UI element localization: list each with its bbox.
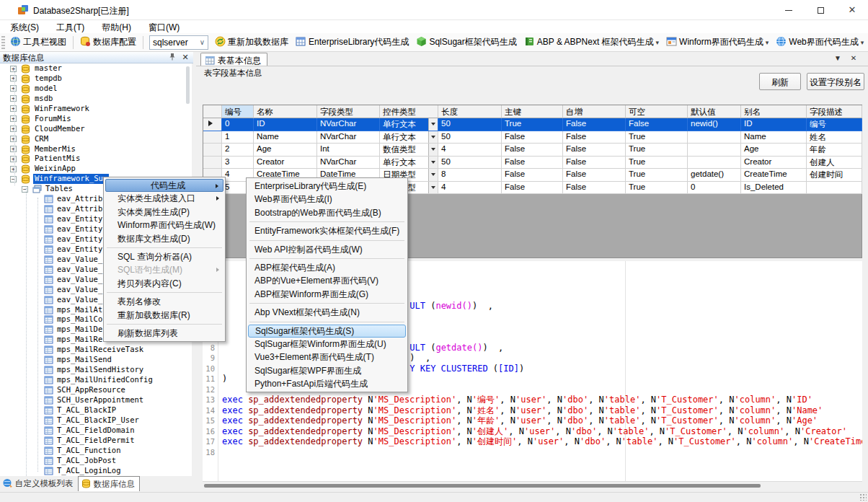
control-type-dropdown-icon[interactable] — [428, 182, 438, 194]
grid-cell[interactable]: 4 — [438, 144, 502, 157]
grid-cell[interactable]: False — [563, 169, 626, 182]
context-menu-item-13[interactable]: 刷新数据库列表 — [105, 327, 223, 340]
refresh-button[interactable]: 刷新 — [759, 73, 801, 90]
tree-expander-icon[interactable]: + — [10, 136, 17, 142]
grid-row[interactable]: 2AgeInt数值类型4FalseFalseTrueAge年龄 — [203, 144, 862, 157]
code-submenu-item-10[interactable]: ABP框架Winform界面生成(G) — [248, 288, 406, 301]
tree-item-model[interactable]: +model — [0, 84, 192, 94]
context-menu-item-4[interactable]: 数据库文档生成(D) — [105, 232, 223, 245]
tree-item-mps_MailUnifiedConfig[interactable]: mps_MailUnifiedConfig — [0, 375, 192, 385]
grid-row-header[interactable] — [203, 131, 222, 144]
grid-cell[interactable]: Name — [254, 131, 317, 144]
control-type-dropdown-icon[interactable] — [428, 157, 438, 169]
grid-cell[interactable]: ID — [254, 118, 317, 131]
grid-cell[interactable]: False — [563, 144, 626, 157]
tree-expander-icon[interactable]: + — [10, 126, 17, 132]
code-submenu-item-8[interactable]: ABP框架代码生成(A) — [248, 261, 406, 274]
tree-item-mps_MailSend[interactable]: mps_MailSend — [0, 355, 192, 365]
tree-item-SCH_UserAppointment[interactable]: SCH_UserAppointment — [0, 395, 192, 405]
tree-item-PatientMis[interactable]: +PatientMis — [0, 154, 192, 164]
grid-cell[interactable]: True — [626, 182, 688, 195]
grid-cell[interactable]: 0 — [222, 118, 254, 131]
tree-expander-icon[interactable]: + — [10, 146, 17, 152]
left-tab-inactive[interactable]: 自定义模板列表 — [0, 476, 78, 491]
grid-cell[interactable]: 单行文本 — [380, 157, 438, 169]
context-menu-item-3[interactable]: Winform界面代码生成(W) — [105, 219, 223, 232]
left-tab-active[interactable]: 数据库信息 — [78, 476, 141, 491]
context-menu-item-2[interactable]: 实体类属性生成(P) — [105, 206, 223, 219]
tree-item-T_ACL_FieldPermit[interactable]: T_ACL_FieldPermit — [0, 436, 192, 446]
grid-cell[interactable]: False — [502, 182, 563, 195]
toolbar-button-abpabpnext[interactable]: ABP & ABPNext 框架代码生成▾ — [521, 35, 662, 50]
editor-hscrollbar[interactable] — [203, 481, 862, 489]
grid-cell[interactable]: newid() — [688, 118, 741, 131]
grid-cell[interactable]: 创建人 — [807, 157, 862, 169]
tree-expander-icon[interactable]: − — [22, 186, 28, 193]
grid-cell[interactable]: 年龄 — [807, 144, 862, 157]
grid-cell[interactable]: NVarChar — [317, 157, 380, 169]
code-submenu-item-16[interactable]: Vue3+Element界面代码生成(T) — [248, 351, 406, 364]
code-submenu-item-12[interactable]: Abp VNext框架代码生成(N) — [248, 306, 406, 319]
grid-row-header[interactable] — [203, 144, 222, 157]
tab-table-basic-info[interactable]: 表基本信息 — [200, 53, 267, 66]
grid-cell[interactable]: False — [502, 169, 563, 182]
dropdown-arrow-icon[interactable]: ▾ — [656, 39, 660, 46]
grid-cell[interactable]: 3 — [222, 157, 254, 169]
grid-cell[interactable]: False — [563, 118, 626, 131]
resize-grip[interactable] — [859, 493, 867, 501]
grid-cell[interactable]: 50 — [438, 118, 502, 131]
grid-cell[interactable]: Name — [741, 131, 807, 144]
grid-cell[interactable]: False — [502, 131, 563, 144]
grid-cell[interactable]: Creator — [254, 157, 317, 169]
grid-cell[interactable]: False — [563, 182, 626, 195]
grid-row[interactable]: 3CreatorNVarChar单行文本50FalseFalseTrueCrea… — [203, 157, 862, 169]
grid-cell[interactable]: 数值类型 — [380, 144, 438, 157]
grid-cell[interactable] — [688, 131, 741, 144]
tree-item-T_ACL_LoginLog[interactable]: T_ACL_LoginLog — [0, 466, 192, 476]
grid-row-header[interactable] — [203, 157, 222, 169]
code-submenu-item-4[interactable]: EntityFramework实体框架代码生成(F) — [248, 224, 406, 237]
code-submenu-item-17[interactable]: SqlSugar框架WPF界面生成 — [248, 364, 406, 377]
grid-cell[interactable] — [807, 182, 862, 195]
grid-row[interactable]: 0IDNVarChar单行文本50TrueFalseFalsenewid()ID… — [203, 118, 862, 131]
grid-row-header[interactable] — [203, 118, 222, 131]
control-type-dropdown-icon[interactable] — [428, 144, 438, 156]
database-type-select[interactable]: sqlserver∨ — [149, 35, 208, 50]
control-type-dropdown-icon[interactable] — [428, 131, 438, 144]
code-submenu-item-0[interactable]: EnterpriseLibrary代码生成(E) — [248, 180, 406, 193]
grid-cell[interactable]: Creator — [741, 157, 807, 169]
dropdown-arrow-icon[interactable]: ▾ — [766, 39, 769, 46]
context-menu-item-11[interactable]: 重新加载数据库(R) — [105, 309, 223, 322]
context-menu-item-8[interactable]: 拷贝列表内容(C) — [105, 277, 223, 290]
grid-cell[interactable]: 8 — [438, 169, 502, 182]
code-submenu-item-18[interactable]: Python+FastApi后端代码生成 — [248, 377, 406, 390]
tree-item-ForumMis[interactable]: +ForumMis — [0, 114, 192, 124]
grid-cell[interactable]: 50 — [438, 157, 502, 169]
context-menu-item-0[interactable]: 代码生成 — [105, 179, 223, 192]
grid-cell[interactable]: True — [626, 131, 688, 144]
code-submenu-item-15[interactable]: SqlSugar框架Winform界面生成(U) — [248, 338, 406, 351]
minimize-button[interactable] — [773, 0, 805, 20]
code-submenu-item-1[interactable]: Web界面代码生成(I) — [248, 193, 406, 206]
tree-item-msdb[interactable]: +msdb — [0, 94, 192, 104]
maximize-button[interactable] — [805, 0, 836, 20]
grid-cell[interactable]: True — [502, 118, 563, 131]
toolbar-button-sqlsugar[interactable]: SqlSugar框架代码生成 — [413, 35, 519, 50]
context-menu-item-10[interactable]: 表别名修改 — [105, 295, 223, 308]
grid-cell[interactable]: 50 — [438, 131, 502, 144]
context-menu-item-6[interactable]: SQL 查询分析器(A) — [105, 250, 223, 263]
tree-expander-icon[interactable]: + — [10, 66, 17, 72]
grid-cell[interactable]: False — [563, 131, 626, 144]
grid-cell[interactable]: False — [502, 144, 563, 157]
tree-item-MemberMis[interactable]: +MemberMis — [0, 144, 192, 154]
grid-cell[interactable]: NVarChar — [317, 118, 380, 131]
grid-cell[interactable]: NVarChar — [317, 131, 380, 144]
tree-scrollbar[interactable] — [186, 66, 190, 104]
grid-cell[interactable]: Is_Deleted — [741, 182, 807, 195]
set-field-alias-button[interactable]: 设置字段别名 — [807, 73, 864, 90]
code-submenu-item-9[interactable]: ABP的Vue+Element界面代码(V) — [248, 274, 406, 287]
control-type-dropdown-icon[interactable] — [428, 169, 438, 181]
grid-cell[interactable]: True — [626, 157, 688, 169]
pin-icon[interactable] — [167, 53, 177, 62]
grid-cell[interactable]: False — [626, 118, 688, 131]
